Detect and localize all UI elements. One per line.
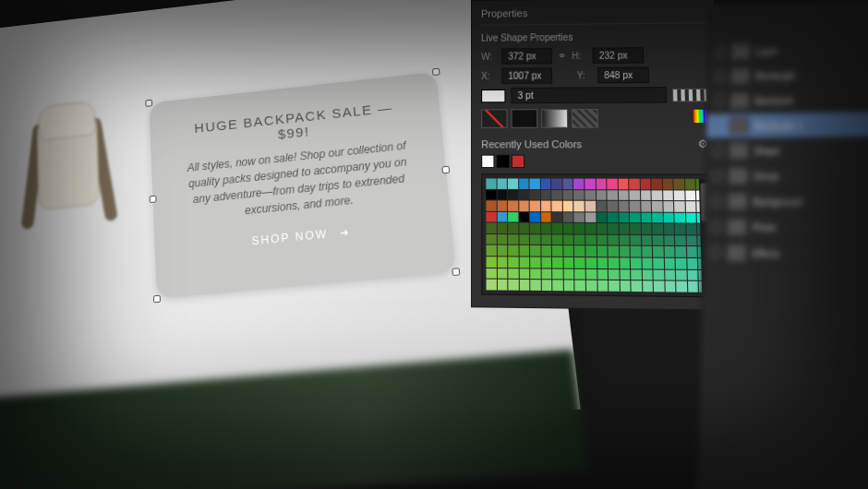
color-swatch[interactable] xyxy=(665,258,675,268)
color-swatch[interactable] xyxy=(563,268,573,279)
color-swatch[interactable] xyxy=(530,245,540,256)
color-swatch[interactable] xyxy=(675,235,685,245)
color-swatch[interactable] xyxy=(631,235,641,245)
color-swatch[interactable] xyxy=(642,246,652,256)
color-swatch[interactable] xyxy=(607,179,617,189)
visibility-eye-icon[interactable] xyxy=(710,247,721,259)
color-swatch[interactable] xyxy=(652,179,662,189)
recent-color-swatch[interactable] xyxy=(512,155,524,168)
color-swatch[interactable] xyxy=(608,201,618,211)
color-swatch[interactable] xyxy=(630,212,640,222)
color-swatch[interactable] xyxy=(497,280,507,290)
visibility-eye-icon[interactable] xyxy=(714,96,725,107)
color-swatch[interactable] xyxy=(642,258,652,268)
color-swatch[interactable] xyxy=(585,179,595,189)
color-swatch[interactable] xyxy=(541,190,551,200)
layer-row[interactable]: Layer xyxy=(708,37,868,66)
color-swatch[interactable] xyxy=(652,201,662,211)
color-swatch[interactable] xyxy=(597,223,607,233)
color-swatch[interactable] xyxy=(519,234,529,244)
color-swatch[interactable] xyxy=(675,224,685,234)
color-swatch[interactable] xyxy=(497,201,507,211)
color-swatch[interactable] xyxy=(641,224,651,234)
color-swatch[interactable] xyxy=(618,179,628,189)
color-swatch[interactable] xyxy=(607,190,617,200)
color-swatch[interactable] xyxy=(530,223,540,233)
color-swatch[interactable] xyxy=(664,246,674,256)
color-swatch[interactable] xyxy=(631,257,641,268)
color-swatch[interactable] xyxy=(630,223,640,233)
color-swatch[interactable] xyxy=(653,258,663,268)
transform-handle[interactable] xyxy=(150,196,157,203)
fill-gradient-button[interactable] xyxy=(541,109,568,128)
color-swatch[interactable] xyxy=(486,212,496,222)
color-swatch[interactable] xyxy=(619,190,629,200)
color-swatch[interactable] xyxy=(541,234,551,244)
color-swatch[interactable] xyxy=(619,212,629,222)
color-swatch[interactable] xyxy=(519,201,529,211)
color-swatch[interactable] xyxy=(530,257,540,268)
color-swatch[interactable] xyxy=(519,190,529,200)
color-swatch[interactable] xyxy=(541,212,551,222)
transform-handle[interactable] xyxy=(452,268,460,276)
color-swatch[interactable] xyxy=(508,178,518,188)
color-swatch[interactable] xyxy=(497,234,507,244)
color-swatch[interactable] xyxy=(563,212,573,222)
promo-card-shape[interactable]: HUGE BACKPACK SALE — $99! All styles, no… xyxy=(149,72,456,299)
layer-row[interactable]: Photo xyxy=(704,215,868,242)
color-swatch[interactable] xyxy=(563,234,573,244)
color-swatch[interactable] xyxy=(574,257,585,268)
color-swatch[interactable] xyxy=(597,257,608,268)
color-swatch[interactable] xyxy=(597,212,607,222)
color-swatch[interactable] xyxy=(541,268,551,279)
color-swatch[interactable] xyxy=(631,269,641,280)
color-swatch[interactable] xyxy=(609,246,619,256)
color-swatch[interactable] xyxy=(675,212,685,222)
stroke-style-dropdown[interactable] xyxy=(672,88,707,101)
color-swatch[interactable] xyxy=(552,245,562,256)
color-swatch[interactable] xyxy=(530,190,540,200)
color-swatch[interactable] xyxy=(653,235,663,245)
color-swatch[interactable] xyxy=(497,268,507,279)
color-swatch[interactable] xyxy=(541,201,551,211)
color-swatch[interactable] xyxy=(620,280,630,291)
color-swatch[interactable] xyxy=(497,212,507,222)
color-swatch[interactable] xyxy=(497,178,507,188)
transform-handle[interactable] xyxy=(432,68,440,76)
color-swatch[interactable] xyxy=(519,245,529,256)
color-swatch[interactable] xyxy=(642,269,652,280)
color-swatch[interactable] xyxy=(596,190,606,200)
color-swatch[interactable] xyxy=(486,234,496,244)
y-input[interactable]: 848 px xyxy=(597,67,649,84)
color-swatch[interactable] xyxy=(530,212,540,222)
color-swatch[interactable] xyxy=(574,212,585,222)
color-swatch[interactable] xyxy=(563,190,573,200)
color-swatch[interactable] xyxy=(677,281,688,292)
shop-now-button[interactable]: SHOP NOW ➜ xyxy=(186,219,419,254)
color-swatch[interactable] xyxy=(585,234,596,244)
color-swatch[interactable] xyxy=(486,223,496,233)
recent-color-swatch[interactable] xyxy=(481,155,494,168)
layer-row[interactable]: Effects xyxy=(703,240,868,268)
color-swatch[interactable] xyxy=(619,223,629,233)
color-swatch[interactable] xyxy=(597,235,607,245)
color-swatch[interactable] xyxy=(586,268,597,279)
recent-color-swatch[interactable] xyxy=(496,155,509,168)
color-swatch[interactable] xyxy=(620,269,630,280)
color-swatch[interactable] xyxy=(551,179,561,189)
color-swatch[interactable] xyxy=(508,234,518,244)
color-swatch[interactable] xyxy=(487,280,497,290)
color-swatch[interactable] xyxy=(564,280,574,291)
color-swatch[interactable] xyxy=(530,234,540,244)
color-swatch[interactable] xyxy=(652,212,662,222)
color-swatch[interactable] xyxy=(562,179,573,189)
color-swatch[interactable] xyxy=(552,212,562,222)
color-swatch[interactable] xyxy=(519,256,529,267)
transform-handle[interactable] xyxy=(153,295,161,304)
color-swatch[interactable] xyxy=(608,235,618,245)
color-swatch[interactable] xyxy=(553,280,563,290)
color-swatch[interactable] xyxy=(519,212,529,222)
color-swatch[interactable] xyxy=(563,201,573,211)
color-swatch[interactable] xyxy=(552,268,562,279)
color-swatch[interactable] xyxy=(641,201,651,211)
